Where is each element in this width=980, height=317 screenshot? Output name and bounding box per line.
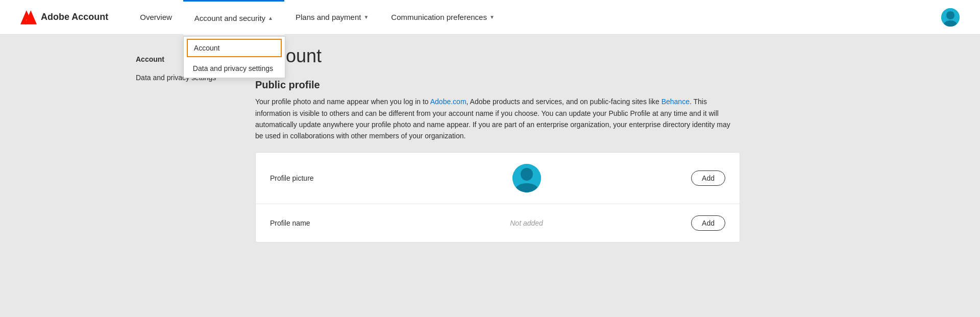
- chevron-down-icon: ▼: [363, 14, 369, 20]
- profile-name-label: Profile name: [270, 219, 362, 227]
- adobe-logo-icon: [20, 10, 37, 25]
- top-navigation: Adobe Account Overview Account and secur…: [0, 0, 980, 35]
- profile-name-placeholder: Not added: [510, 219, 543, 227]
- profile-avatar-preview: [512, 164, 541, 192]
- add-profile-name-button[interactable]: Add: [691, 215, 725, 231]
- profile-name-value: Not added: [362, 219, 691, 227]
- profile-picture-label: Profile picture: [270, 174, 362, 182]
- user-avatar[interactable]: [941, 8, 960, 27]
- dropdown-item-account[interactable]: Account: [187, 39, 282, 57]
- behance-link[interactable]: Behance: [662, 97, 690, 106]
- adobe-com-link[interactable]: Adobe.com: [430, 97, 467, 106]
- nav-items: Overview Account and security ▲ Account …: [129, 0, 941, 35]
- profile-name-row: Profile name Not added Add: [256, 204, 740, 242]
- add-profile-picture-button[interactable]: Add: [691, 170, 725, 186]
- public-profile-title: Public profile: [255, 79, 837, 91]
- main-content: Account Public profile Your profile phot…: [240, 45, 852, 242]
- page-title: Account: [255, 45, 837, 67]
- logo-text: Adobe Account: [41, 12, 108, 22]
- profile-picture-value: [362, 164, 691, 192]
- nav-item-plans-payment[interactable]: Plans and payment ▼: [284, 0, 380, 35]
- logo-area[interactable]: Adobe Account: [20, 10, 108, 25]
- nav-item-overview[interactable]: Overview: [129, 0, 183, 35]
- nav-item-communication[interactable]: Communication preferences ▼: [380, 0, 506, 35]
- dropdown-item-data-privacy[interactable]: Data and privacy settings: [184, 59, 285, 78]
- account-security-dropdown: Account Data and privacy settings: [183, 36, 285, 78]
- public-profile-description: Your profile photo and name appear when …: [255, 96, 740, 142]
- chevron-down-icon-comm: ▼: [489, 14, 495, 20]
- profile-card: Profile picture Add Profile name: [255, 152, 740, 242]
- profile-picture-row: Profile picture Add: [256, 153, 740, 204]
- chevron-up-icon: ▲: [268, 15, 273, 21]
- nav-item-account-security[interactable]: Account and security ▲ Account Data and …: [183, 0, 284, 35]
